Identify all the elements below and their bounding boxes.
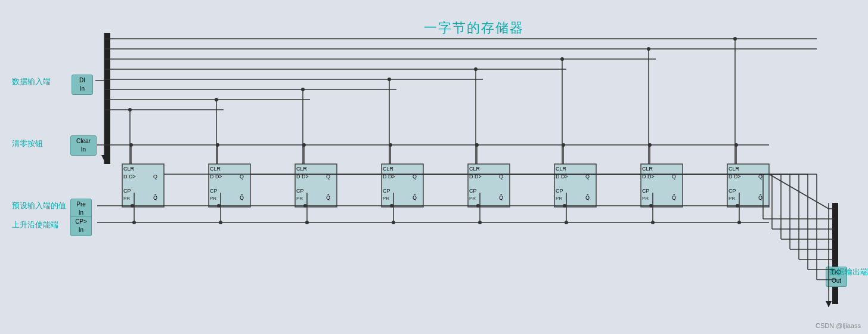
svg-text:CLR: CLR <box>469 166 480 172</box>
svg-text:Q̄: Q̄ <box>153 194 157 201</box>
di-label-box: DIIn <box>72 75 93 95</box>
svg-text:D D>: D D> <box>123 174 136 180</box>
svg-point-103 <box>562 143 565 147</box>
svg-text:D D>: D D> <box>556 174 568 180</box>
diagram-title: 一字节的存储器 <box>424 19 524 37</box>
svg-text:D D>: D D> <box>728 174 741 180</box>
pre-label-text: 预设输入端的值 <box>12 200 66 211</box>
svg-text:PR: PR <box>383 196 389 201</box>
svg-point-67 <box>215 98 218 101</box>
ff8: CLR D D> Q CP PR Q̄ <box>727 164 769 207</box>
svg-point-71 <box>388 78 391 81</box>
ff3: CLR D D> Q CP PR Q̄ <box>295 164 337 207</box>
svg-text:PR: PR <box>296 196 303 201</box>
ff2: CLR D D> Q CP PR Q̄ <box>209 164 250 207</box>
svg-text:Q̄: Q̄ <box>585 194 590 201</box>
svg-text:CP: CP <box>556 188 563 194</box>
svg-point-73 <box>474 67 478 71</box>
svg-line-173 <box>769 174 829 209</box>
svg-text:Q: Q <box>413 174 417 180</box>
svg-text:Q̄: Q̄ <box>326 194 330 201</box>
svg-rect-21 <box>382 164 423 207</box>
cp-label-box: CP>In <box>70 216 92 236</box>
svg-text:D D>: D D> <box>469 174 482 180</box>
svg-point-107 <box>734 143 738 147</box>
svg-text:CLR: CLR <box>123 166 135 172</box>
svg-point-129 <box>219 221 222 224</box>
ff6: CLR D D> Q CP PR Q̄ <box>554 164 596 207</box>
clear-label-box: ClearIn <box>70 135 97 156</box>
svg-point-112 <box>217 204 221 208</box>
right-bus-bar <box>832 203 838 304</box>
svg-point-65 <box>128 108 132 112</box>
svg-point-118 <box>476 204 480 208</box>
svg-text:Q̄: Q̄ <box>499 194 503 201</box>
svg-text:CP: CP <box>383 188 390 194</box>
svg-text:CP: CP <box>123 188 131 194</box>
svg-text:D D>: D D> <box>642 174 655 180</box>
svg-point-137 <box>565 221 568 224</box>
svg-point-114 <box>303 204 307 208</box>
svg-text:CLR: CLR <box>296 166 308 172</box>
ff5: CLR D D> Q CP PR Q̄ <box>468 164 510 207</box>
svg-text:D D>: D D> <box>210 174 222 180</box>
svg-marker-151 <box>826 301 832 307</box>
svg-text:CP: CP <box>642 188 650 194</box>
svg-point-93 <box>129 143 133 147</box>
svg-rect-14 <box>295 164 337 207</box>
circuit-diagram: .wire { stroke: #333; stroke-width: 1.5;… <box>0 0 868 334</box>
svg-point-110 <box>131 204 134 208</box>
svg-point-97 <box>302 143 306 147</box>
di-label-text: 数据输入端 <box>12 76 51 87</box>
svg-text:Q̄: Q̄ <box>413 194 417 201</box>
svg-text:Q: Q <box>585 174 590 180</box>
left-bus-bar <box>104 33 110 164</box>
ff7: CLR D D> Q CP PR Q̄ <box>641 164 683 207</box>
svg-point-95 <box>216 143 219 147</box>
svg-point-116 <box>390 204 393 208</box>
svg-point-120 <box>563 204 566 208</box>
svg-rect-7 <box>209 164 250 207</box>
ff4: CLR D D> Q CP PR Q̄ <box>382 164 423 207</box>
svg-point-105 <box>648 143 652 147</box>
svg-text:Q: Q <box>758 174 762 180</box>
svg-point-141 <box>737 221 741 224</box>
svg-text:PR: PR <box>728 196 735 201</box>
svg-text:PR: PR <box>123 196 130 201</box>
cp-label-text: 上升沿使能端 <box>12 219 58 230</box>
svg-text:PR: PR <box>469 196 476 201</box>
svg-point-122 <box>649 204 653 208</box>
svg-rect-42 <box>641 164 683 207</box>
svg-text:Q̄: Q̄ <box>240 194 244 201</box>
svg-text:PR: PR <box>556 196 562 201</box>
svg-text:Q: Q <box>240 174 244 180</box>
clear-label-text: 清零按钮 <box>12 138 43 149</box>
svg-text:Q: Q <box>153 174 157 180</box>
svg-point-79 <box>733 37 737 41</box>
svg-rect-49 <box>727 164 769 207</box>
svg-point-133 <box>392 221 395 224</box>
svg-text:CP: CP <box>469 188 477 194</box>
svg-text:D D>: D D> <box>296 174 309 180</box>
svg-text:CLR: CLR <box>556 166 567 172</box>
svg-text:CLR: CLR <box>210 166 221 172</box>
svg-text:PR: PR <box>642 196 649 201</box>
svg-text:D D>: D D> <box>383 174 395 180</box>
svg-point-99 <box>389 143 392 147</box>
svg-text:CLR: CLR <box>728 166 740 172</box>
svg-text:CP: CP <box>296 188 304 194</box>
svg-point-139 <box>651 221 655 224</box>
svg-point-77 <box>647 47 650 51</box>
svg-text:Q̄: Q̄ <box>758 194 762 201</box>
svg-point-75 <box>560 57 564 61</box>
svg-text:CLR: CLR <box>642 166 653 172</box>
svg-text:CP: CP <box>728 188 736 194</box>
svg-text:Q: Q <box>499 174 503 180</box>
svg-text:Q: Q <box>672 174 676 180</box>
svg-text:CLR: CLR <box>383 166 394 172</box>
do-label-text: 数据输出端 <box>829 267 868 277</box>
svg-rect-0 <box>122 164 164 207</box>
svg-point-135 <box>478 221 482 224</box>
main-container: 一字节的存储器 DIIn 数据输入端 ClearIn 清零按钮 PreIn 预设… <box>0 0 868 334</box>
svg-text:Q̄: Q̄ <box>672 194 676 201</box>
